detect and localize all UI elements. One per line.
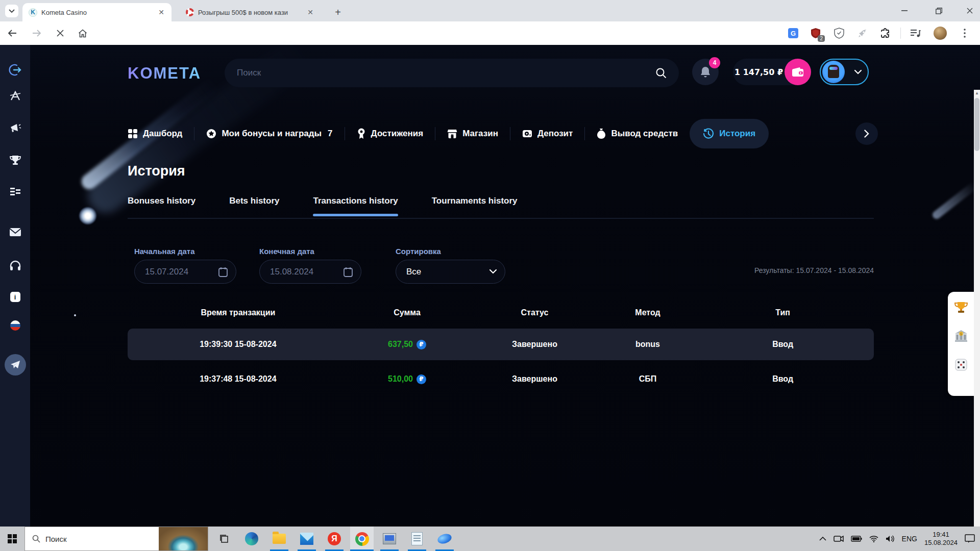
rail-mail-button[interactable] — [0, 228, 30, 237]
search-icon[interactable] — [655, 67, 667, 79]
minimize-button[interactable] — [897, 4, 912, 17]
dice-emoji-icon[interactable] — [954, 358, 968, 371]
rail-tournaments-button[interactable] — [0, 155, 30, 166]
bank-emoji-icon[interactable]: $ — [954, 330, 968, 343]
browser-profile-button[interactable] — [933, 26, 947, 40]
nav-scroll-right-button[interactable] — [855, 122, 878, 145]
taskbar-edge-button[interactable] — [240, 527, 263, 551]
playlist-button[interactable] — [909, 26, 923, 40]
search-highlight-art[interactable] — [159, 527, 208, 550]
browser-menu-button[interactable] — [958, 26, 972, 40]
taskbar-search-box[interactable]: Поиск — [24, 527, 208, 551]
notifications-button[interactable]: 4 — [692, 59, 719, 85]
equalizer-icon — [9, 187, 21, 197]
sort-select[interactable]: Все — [396, 260, 505, 284]
rail-support-button[interactable] — [0, 260, 30, 271]
tab-bonuses-history[interactable]: Bonuses history — [128, 196, 195, 215]
rail-telegram-button[interactable] — [0, 354, 30, 375]
translate-extension-button[interactable]: G — [786, 26, 800, 40]
close-window-button[interactable] — [963, 4, 977, 17]
stop-loading-button[interactable] — [53, 26, 67, 40]
tab-transactions-history[interactable]: Transactions history — [313, 196, 398, 215]
taskbar-explorer-button[interactable] — [267, 527, 291, 551]
trophy-emoji-icon[interactable] — [954, 301, 968, 314]
calendar-icon[interactable] — [218, 267, 228, 277]
volume-button[interactable] — [886, 535, 895, 542]
extensions-menu-button[interactable] — [878, 26, 892, 40]
rail-brand-button[interactable] — [0, 91, 30, 101]
profile-menu-button[interactable] — [820, 59, 869, 85]
taskbar-comet-app-button[interactable] — [433, 527, 456, 551]
site-search-bar[interactable]: Поиск — [225, 59, 679, 87]
scrollbar-thumb[interactable] — [974, 98, 979, 151]
taskbar-yandex-button[interactable]: Я — [323, 527, 346, 551]
cell-method: СБП — [604, 374, 692, 384]
clock[interactable]: 19:41 15.08.2024 — [924, 531, 958, 547]
kometa-logo[interactable]: KOMETA — [128, 64, 201, 83]
restore-button[interactable] — [932, 4, 946, 17]
chevron-right-icon — [864, 130, 869, 138]
ublock-extension-button[interactable]: 2 — [808, 26, 823, 40]
tab-kometa-casino[interactable]: K Kometa Casino ✕ — [22, 3, 172, 21]
nav-achievements[interactable]: Достижения — [345, 128, 435, 139]
tab-title: Розыгрыш 500$ в новом кази — [198, 9, 302, 16]
playlist-icon — [910, 29, 921, 38]
start-date-input[interactable]: 15.07.2024 — [134, 260, 236, 284]
tab-close-icon[interactable]: ✕ — [306, 8, 314, 16]
scroll-up-arrow[interactable]: ▲ — [974, 91, 980, 95]
tab-bets-history[interactable]: Bets history — [229, 196, 279, 215]
wifi-icon — [869, 535, 878, 542]
rail-info-button[interactable]: i — [0, 292, 30, 302]
comet-decoration — [931, 173, 980, 221]
start-date-label: Начальная дата — [134, 247, 194, 256]
end-date-input[interactable]: 15.08.2024 — [259, 260, 361, 284]
battery-button[interactable] — [851, 536, 862, 542]
nav-bonuses[interactable]: Мои бонусы и награды 7 — [194, 129, 344, 139]
new-tab-button[interactable]: + — [331, 5, 345, 19]
back-button[interactable] — [5, 26, 19, 40]
ublock-badge: 2 — [818, 35, 825, 42]
tray-date: 15.08.2024 — [924, 539, 958, 547]
chrome-icon — [355, 532, 369, 546]
wallet-button[interactable] — [785, 59, 811, 85]
svg-text:$: $ — [960, 332, 962, 336]
language-indicator[interactable]: ENG — [902, 535, 917, 543]
nav-history[interactable]: История — [690, 119, 769, 148]
tab-giveaway[interactable]: Розыгрыш 500$ в новом кази ✕ — [180, 3, 321, 21]
rail-promotions-button[interactable] — [0, 122, 30, 134]
system-tray: ENG 19:41 15.08.2024 — [819, 531, 980, 547]
nav-withdraw[interactable]: Вывод средств — [585, 128, 690, 139]
task-view-button[interactable] — [212, 527, 236, 551]
taskbar-computer-button[interactable] — [378, 527, 401, 551]
collapse-rail-button[interactable] — [0, 63, 30, 77]
tab-close-icon[interactable]: ✕ — [157, 8, 165, 16]
calendar-icon[interactable] — [344, 267, 353, 277]
balance-pill[interactable]: 1 147,50 ₽ — [733, 59, 811, 85]
rail-language-button[interactable] — [0, 320, 30, 331]
windows-taskbar: Поиск Я — [0, 527, 980, 551]
tab-search-button[interactable] — [5, 5, 18, 17]
action-center-button[interactable] — [965, 534, 975, 543]
nav-shop[interactable]: Магазин — [435, 129, 510, 139]
taskbar-notepad-button[interactable] — [405, 527, 429, 551]
rocket-extension-button[interactable] — [855, 26, 870, 40]
results-range-text: Результаты: 15.07.2024 - 15.08.2024 — [754, 266, 874, 274]
tab-tournaments-history[interactable]: Tournaments history — [432, 196, 518, 215]
shield-extension-button[interactable] — [832, 26, 846, 40]
nav-dashboard[interactable]: Дашборд — [128, 129, 194, 139]
tray-expand-button[interactable] — [819, 537, 826, 541]
rail-rating-button[interactable] — [0, 187, 30, 197]
forward-button[interactable] — [30, 26, 44, 40]
shop-icon — [447, 129, 457, 139]
nav-deposit[interactable]: Депозит — [510, 129, 584, 139]
start-button[interactable] — [0, 527, 24, 551]
page-scrollbar[interactable]: ▲ ▼ — [974, 90, 980, 551]
taskbar-chrome-button[interactable] — [350, 527, 374, 551]
comet-app-icon — [436, 532, 453, 545]
wifi-button[interactable] — [869, 535, 878, 542]
taskbar-mail-button[interactable] — [295, 527, 318, 551]
meet-now-button[interactable] — [834, 535, 844, 543]
start-date-value: 15.07.2024 — [145, 267, 188, 277]
comet-decoration — [79, 207, 96, 224]
home-button[interactable] — [76, 26, 90, 40]
